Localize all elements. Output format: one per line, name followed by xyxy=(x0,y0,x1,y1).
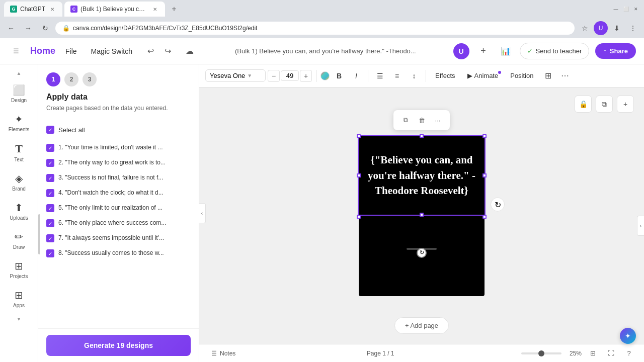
item-8-checkbox[interactable]: ✓ xyxy=(46,249,54,257)
save-status-button[interactable]: ☁ xyxy=(182,43,198,59)
add-page-button[interactable]: + Add page xyxy=(394,317,449,334)
chatgpt-tab-close[interactable]: ✕ xyxy=(48,5,56,13)
sidebar-item-design[interactable]: ⬜ Design xyxy=(2,80,36,107)
item-2-checkbox[interactable]: ✓ xyxy=(46,159,54,167)
font-size-decrease-button[interactable]: − xyxy=(268,70,280,82)
maximize-button[interactable]: ⬜ xyxy=(622,5,630,13)
extension-button[interactable]: ⬇ xyxy=(610,21,624,35)
refresh-button[interactable]: ↻ xyxy=(38,21,52,35)
forward-button[interactable]: → xyxy=(21,21,35,35)
send-to-teacher-button[interactable]: ✓ Send to teacher xyxy=(520,43,590,59)
list-item[interactable]: ✓ 2. "The only way to do great work is t… xyxy=(38,155,199,170)
list-item[interactable]: ✓ 1. "Your time is limited, don't waste … xyxy=(38,140,199,155)
toolbar-divider-1 xyxy=(316,70,316,82)
copy-button[interactable]: ⧉ xyxy=(596,96,613,113)
list-item[interactable]: ✓ 3. "Success is not final, failure is n… xyxy=(38,170,199,186)
list-item[interactable]: ✓ 8. "Success usually comes to those w..… xyxy=(38,246,199,261)
home-nav-item[interactable]: Home xyxy=(30,46,55,56)
notes-button[interactable]: ☰ Notes xyxy=(207,348,239,359)
generate-button[interactable]: Generate 19 designs xyxy=(46,335,191,356)
list-item[interactable]: ✓ 5. "The only limit to our realization … xyxy=(38,201,199,216)
analytics-button[interactable]: 📊 xyxy=(498,43,514,59)
menu-icon[interactable]: ☰ xyxy=(8,43,24,59)
canvas-wrapper: {"Believe you can, and you're halfway th… xyxy=(359,135,485,296)
item-3-checkbox[interactable]: ✓ xyxy=(46,174,54,182)
file-nav-item[interactable]: File xyxy=(61,44,81,58)
panel-collapse-button[interactable]: ‹ xyxy=(199,203,206,223)
list-item[interactable]: ✓ 7. "It always seems impossible until i… xyxy=(38,231,199,246)
delete-context-button[interactable]: 🗑 xyxy=(415,113,429,127)
step-2[interactable]: 2 xyxy=(64,72,78,86)
sidebar-item-apps[interactable]: ⊞ Apps xyxy=(2,285,36,312)
lock-button[interactable]: 🔒 xyxy=(575,96,592,113)
copy-context-button[interactable]: ⧉ xyxy=(398,113,413,127)
italic-button[interactable]: I xyxy=(349,68,364,83)
font-family-selector[interactable]: Yeseva One ▼ xyxy=(205,69,266,82)
bold-button[interactable]: B xyxy=(332,68,347,83)
zoom-thumb[interactable] xyxy=(538,350,544,356)
back-button[interactable]: ← xyxy=(4,21,18,35)
scrollbar-thumb[interactable] xyxy=(38,214,40,254)
grid-view-button[interactable]: ⊞ xyxy=(586,346,600,360)
minimize-button[interactable]: — xyxy=(612,5,620,13)
item-7-checkbox[interactable]: ✓ xyxy=(46,234,54,242)
rotate-button[interactable]: ↻ xyxy=(491,198,505,212)
select-all-row[interactable]: ✓ Select all xyxy=(38,122,199,138)
brand-label: Brand xyxy=(12,186,26,192)
undo-button[interactable]: ↩ xyxy=(142,43,158,59)
ai-assistant-button[interactable]: ✦ xyxy=(620,328,636,344)
close-button[interactable]: ✕ xyxy=(632,5,640,13)
user-avatar[interactable]: U xyxy=(453,43,469,59)
fullscreen-button[interactable]: ⛶ xyxy=(604,346,618,360)
bookmark-button[interactable]: ☆ xyxy=(578,21,592,35)
add-button[interactable]: + xyxy=(617,96,634,113)
tab-canva[interactable]: C (Bulk 1) Believe you can, and yo ✕ xyxy=(64,2,165,17)
canva-tab-close[interactable]: ✕ xyxy=(151,5,159,13)
tab-chatgpt[interactable]: G ChatGPT ✕ xyxy=(4,2,62,17)
animate-button[interactable]: ▶ Animate xyxy=(462,69,504,82)
position-button[interactable]: Position xyxy=(505,69,538,82)
sidebar-item-elements[interactable]: ✦ Elements xyxy=(2,109,36,136)
more-options-button[interactable]: ⋯ xyxy=(557,68,573,83)
item-4-checkbox[interactable]: ✓ xyxy=(46,189,54,197)
zoom-slider[interactable] xyxy=(521,352,561,354)
text-color-button[interactable] xyxy=(320,71,330,80)
add-collaborator-button[interactable]: + xyxy=(475,43,492,59)
canvas-text-content[interactable]: {"Believe you can, and you're halfway th… xyxy=(359,142,485,208)
rotation-handle[interactable]: ↻ xyxy=(417,248,427,258)
new-tab-button[interactable]: + xyxy=(167,2,181,16)
list-item[interactable]: ✓ 4. "Don't watch the clock; do what it … xyxy=(38,186,199,201)
right-panel-collapse-button[interactable]: › xyxy=(637,216,644,236)
select-all-checkbox[interactable]: ✓ xyxy=(46,126,54,134)
canvas-bottom-half: ↻ xyxy=(359,209,485,289)
item-6-checkbox[interactable]: ✓ xyxy=(46,219,54,227)
grid-button[interactable]: ⊞ xyxy=(540,68,555,83)
menu-button[interactable]: ⋮ xyxy=(626,21,640,35)
item-5-checkbox[interactable]: ✓ xyxy=(46,204,54,212)
handle-mt[interactable] xyxy=(420,134,424,138)
list-item[interactable]: ✓ 6. "The only place where success com..… xyxy=(38,216,199,231)
help-button[interactable]: ? xyxy=(622,346,636,360)
step-3[interactable]: 3 xyxy=(83,72,97,86)
sidebar-item-uploads[interactable]: ⬆ Uploads xyxy=(2,198,36,225)
align-left-button[interactable]: ☰ xyxy=(372,68,387,83)
share-button[interactable]: ↑ Share xyxy=(595,43,636,59)
corner-tl xyxy=(357,134,361,138)
item-1-checkbox[interactable]: ✓ xyxy=(46,144,54,152)
sidebar-item-brand[interactable]: ◈ Brand xyxy=(2,168,36,196)
font-size-value[interactable]: 49 xyxy=(281,70,299,81)
effects-button[interactable]: Effects xyxy=(430,69,460,82)
address-bar[interactable]: 🔒 canva.com/design/DAF2GM3bAFE/CvTr3Z_E8… xyxy=(55,22,575,35)
redo-button[interactable]: ↪ xyxy=(159,43,176,59)
sidebar-item-draw[interactable]: ✏ Draw xyxy=(2,227,36,254)
sidebar-item-text[interactable]: T Text xyxy=(2,138,36,166)
font-size-increase-button[interactable]: + xyxy=(300,70,312,82)
more-context-button[interactable]: ··· xyxy=(431,113,445,127)
list-button[interactable]: ≡ xyxy=(389,68,405,83)
magic-switch-nav-item[interactable]: Magic Switch xyxy=(87,44,136,58)
line-height-button[interactable]: ↕ xyxy=(407,68,422,83)
sidebar-item-projects[interactable]: ⊞ Projects xyxy=(2,256,36,283)
profile-button[interactable]: U xyxy=(594,21,608,35)
items-list: ✓ 1. "Your time is limited, don't waste … xyxy=(38,138,199,328)
step-1[interactable]: 1 xyxy=(46,72,60,86)
